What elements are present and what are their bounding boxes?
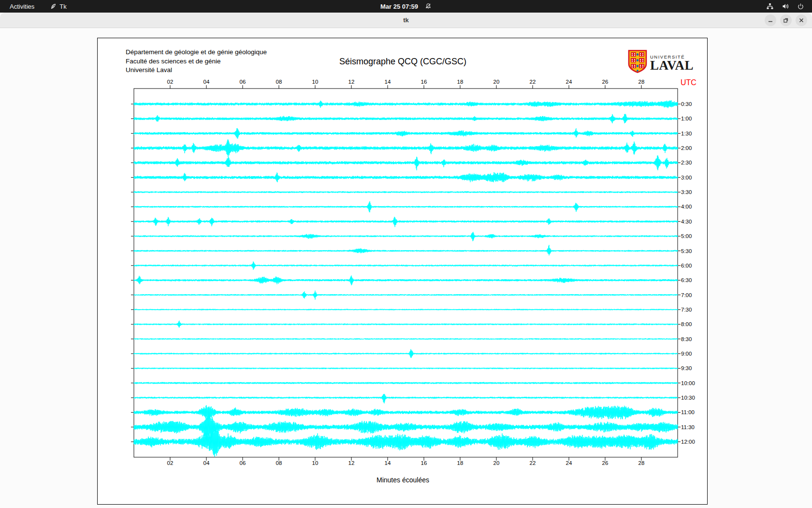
x-axis-title: Minutes écoulées (98, 476, 708, 484)
tk-feather-icon (50, 3, 57, 10)
x-tick-top: 14 (385, 79, 391, 85)
seismogram-trace-6:00 (134, 262, 678, 270)
seismogram-trace-7:00 (134, 291, 678, 300)
x-tick-bottom: 14 (385, 460, 391, 466)
x-tick-bottom: 02 (167, 460, 174, 466)
x-tick-top: 10 (312, 79, 319, 85)
restore-button[interactable] (780, 15, 792, 26)
row-time-label: 7:00 (681, 292, 692, 298)
seismogram-trace-1:30 (134, 128, 678, 139)
minimize-button[interactable] (765, 15, 776, 26)
x-tick-bottom: 16 (421, 460, 427, 466)
row-time-label: 3:00 (681, 175, 692, 180)
seismogram-trace-11:00 (134, 405, 678, 420)
seismogram-trace-2:30 (134, 155, 678, 170)
row-time-label: 12:00 (681, 439, 695, 445)
tk-window: tk Département de géologie et de génie (0, 13, 812, 508)
seismograph-canvas: Département de géologie et de génie géol… (97, 38, 708, 505)
row-time-label: 5:00 (681, 233, 692, 239)
row-time-label: 3:30 (681, 189, 692, 195)
seismogram-trace-8:30 (134, 338, 678, 340)
x-tick-top: 04 (203, 79, 210, 85)
x-tick-top: 26 (602, 79, 609, 85)
x-tick-bottom: 26 (602, 460, 609, 466)
row-time-label: 9:30 (681, 365, 692, 371)
seismogram-trace-4:30 (134, 217, 678, 227)
window-title: tk (403, 16, 409, 24)
close-button[interactable] (796, 15, 807, 26)
x-tick-top: 06 (240, 79, 246, 85)
seismogram-trace-6:30 (134, 276, 678, 285)
seismogram-trace-1:00 (134, 114, 678, 123)
seismogram-trace-3:00 (134, 172, 678, 182)
volume-icon[interactable] (782, 2, 789, 10)
row-time-label: 10:00 (681, 380, 695, 386)
row-time-label: 0:30 (681, 101, 692, 107)
row-time-label: 1:30 (681, 131, 692, 136)
seismogram-trace-0:30 (134, 100, 678, 108)
x-tick-bottom: 08 (276, 460, 282, 466)
x-tick-top: 08 (276, 79, 282, 85)
activities-button[interactable]: Activities (7, 2, 37, 11)
focused-app-menu[interactable]: Tk (50, 3, 66, 10)
x-tick-top: 18 (457, 79, 464, 85)
row-time-label: 11:30 (681, 424, 695, 430)
window-titlebar[interactable]: tk (0, 13, 812, 28)
row-time-label: 8:00 (681, 321, 692, 327)
x-tick-bottom: 04 (203, 460, 210, 466)
x-tick-top: 20 (493, 79, 500, 85)
row-time-label: 5:30 (681, 248, 692, 254)
row-time-label: 9:00 (681, 351, 692, 357)
row-time-label: 8:30 (681, 336, 692, 342)
seismogram-trace-5:00 (134, 232, 678, 241)
notifications-off-icon[interactable] (425, 3, 432, 10)
row-time-label: 6:30 (681, 277, 692, 283)
x-tick-top: 12 (348, 79, 355, 85)
row-time-label: 10:30 (681, 395, 695, 401)
seismogram-trace-10:30 (134, 394, 678, 403)
row-time-label: 1:00 (681, 116, 692, 121)
x-tick-top: 16 (421, 79, 427, 85)
row-time-label: 2:00 (681, 145, 692, 151)
x-tick-bottom: 28 (638, 460, 645, 466)
x-tick-top: 22 (530, 79, 536, 85)
seismogram-trace-3:30 (134, 191, 678, 193)
x-tick-bottom: 22 (530, 460, 536, 466)
x-tick-top: 24 (566, 79, 572, 85)
focused-app-name: Tk (59, 3, 66, 10)
seismogram-trace-4:00 (134, 201, 678, 212)
row-time-label: 2:30 (681, 160, 692, 165)
row-time-label: 4:30 (681, 219, 692, 224)
x-tick-top: 02 (167, 79, 174, 85)
row-time-label: 11:00 (681, 409, 695, 415)
seismogram-trace-8:00 (134, 321, 678, 328)
x-tick-bottom: 06 (240, 460, 246, 466)
network-wired-icon[interactable] (766, 2, 774, 10)
seismogram-trace-9:30 (134, 368, 678, 369)
x-tick-top: 28 (638, 79, 645, 85)
x-tick-bottom: 12 (348, 460, 355, 466)
seismogram-trace-2:00 (134, 140, 678, 158)
seismogram-trace-9:00 (134, 349, 678, 358)
row-time-label: 4:00 (681, 204, 692, 209)
row-time-label: 7:30 (681, 307, 692, 313)
power-icon[interactable] (797, 3, 804, 10)
clock[interactable]: Mar 25 07:59 (380, 3, 418, 10)
seismogram-trace-5:30 (134, 245, 678, 255)
x-tick-bottom: 24 (566, 460, 572, 466)
helicorder-plot (98, 38, 708, 505)
seismogram-trace-7:30 (134, 309, 678, 311)
x-tick-bottom: 20 (493, 460, 500, 466)
x-tick-bottom: 10 (312, 460, 319, 466)
x-tick-bottom: 18 (457, 460, 464, 466)
row-time-label: 6:00 (681, 263, 692, 269)
seismogram-trace-10:00 (134, 382, 678, 384)
gnome-top-bar: Activities Tk Mar 25 07:59 (0, 0, 812, 13)
